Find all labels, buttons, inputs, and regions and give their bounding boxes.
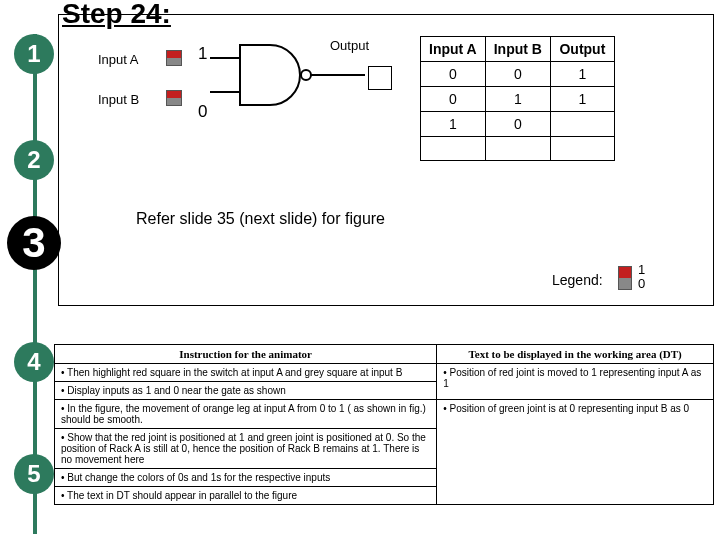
input-a-label: Input A [98, 52, 138, 67]
cell: 1 [550, 62, 614, 87]
cell: 1 [550, 87, 614, 112]
th-input-a: Input A [421, 37, 486, 62]
legend-switch-icon [618, 266, 632, 290]
cell: 1 [485, 87, 550, 112]
refer-note: Refer slide 35 (next slide) for figure [136, 210, 385, 228]
step-1: 1 [14, 34, 54, 74]
switch-input-b[interactable] [166, 90, 182, 106]
nand-gate-icon [210, 40, 370, 110]
dt-cell: Position of green joint is at 0 represen… [437, 400, 714, 505]
switch-a-low-icon [167, 58, 181, 65]
legend-high: 1 [638, 262, 645, 277]
step-4: 4 [14, 342, 54, 382]
stepper: 1 2 3 4 5 [14, 34, 54, 534]
switch-input-a[interactable] [166, 50, 182, 66]
legend-label: Legend: [552, 272, 603, 288]
truth-table: Input A Input B Output 0 0 1 0 1 1 1 0 [420, 36, 615, 161]
switch-b-high-icon [167, 91, 181, 98]
cell: 0 [485, 112, 550, 137]
th-output: Output [550, 37, 614, 62]
input-b-label: Input B [98, 92, 139, 107]
main-panel [58, 14, 714, 306]
instruction-table: Instruction for the animator Text to be … [54, 344, 714, 505]
instr-cell: The text in DT should appear in parallel… [55, 487, 437, 505]
cell: 0 [421, 62, 486, 87]
cell: 0 [485, 62, 550, 87]
switch-b-low-icon [167, 98, 181, 105]
instr-cell: Display inputs as 1 and 0 near the gate … [55, 382, 437, 400]
gate-output-box [368, 66, 392, 90]
legend-low: 0 [638, 276, 645, 291]
instr-cell: In the figure, the movement of orange le… [55, 400, 437, 429]
step-2: 2 [14, 140, 54, 180]
gate-input-a-value: 1 [198, 44, 207, 64]
cell: 1 [421, 112, 486, 137]
cell: 0 [421, 87, 486, 112]
instr-cell: Then highlight red square in the switch … [55, 364, 437, 382]
th-animator: Instruction for the animator [55, 345, 437, 364]
dt-cell: Position of red joint is moved to 1 repr… [437, 364, 714, 400]
instr-cell: But change the colors of 0s and 1s for t… [55, 469, 437, 487]
instr-cell: Show that the red joint is positioned at… [55, 429, 437, 469]
th-dt: Text to be displayed in the working area… [437, 345, 714, 364]
switch-a-high-icon [167, 51, 181, 58]
cell [421, 137, 486, 161]
cell [550, 112, 614, 137]
th-input-b: Input B [485, 37, 550, 62]
cell [485, 137, 550, 161]
step-5: 5 [14, 454, 54, 494]
step-3-active: 3 [7, 216, 61, 270]
gate-input-b-value: 0 [198, 102, 207, 122]
cell [550, 137, 614, 161]
svg-point-2 [301, 70, 311, 80]
